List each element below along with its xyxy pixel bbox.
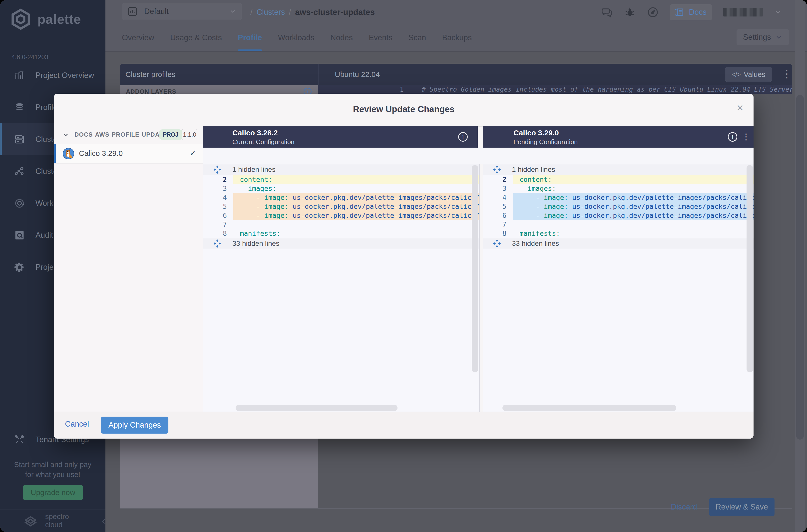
horizontal-scrollbar-thumb[interactable] — [503, 405, 676, 411]
pending-config-header: Calico 3.29.0 Pending Configuration i ⋮ — [483, 126, 753, 148]
unfold-lines-icon[interactable] — [213, 166, 221, 174]
brand-row: spectro cloud ‹ — [0, 510, 106, 532]
legend-strip: Legend: — [203, 148, 753, 164]
profile-tree-header[interactable]: DOCS-AWS-PROFILE-UPDATES PROJ 1.1.0 — [54, 126, 203, 143]
chart-icon — [14, 70, 25, 81]
sidebar-collapse-button[interactable]: ‹ — [102, 515, 106, 527]
hidden-lines-label: 1 hidden lines — [232, 166, 276, 174]
pane-kebab-menu-icon[interactable]: ⋮ — [742, 132, 750, 141]
diff-code-line: 5 - image: us-docker.pkg.dev/palette-ima… — [483, 202, 753, 211]
current-config-subtitle: Current Configuration — [232, 138, 295, 146]
stack-icon — [14, 102, 25, 113]
line-content — [233, 220, 479, 229]
diff-code-line: 5 - image: us-docker.pkg.dev/palette-ima… — [203, 202, 479, 211]
topbar: Default / Clusters / aws-cluster-updates — [106, 0, 807, 24]
hidden-lines-label: 33 hidden lines — [512, 240, 559, 248]
values-label: Values — [744, 71, 766, 79]
docs-button[interactable]: Docs — [670, 4, 712, 20]
review-save-button[interactable]: Review & Save — [709, 498, 774, 516]
unfold-lines-icon[interactable] — [493, 166, 501, 174]
close-icon[interactable]: × — [733, 100, 748, 115]
line-content: manifests: — [513, 229, 753, 238]
hidden-lines-row: 1 hidden lines — [483, 164, 753, 175]
breadcrumb-clusters-link[interactable]: Clusters — [257, 8, 285, 17]
profile-version: 1.1.0 — [182, 129, 198, 140]
vertical-scrollbar-thumb[interactable] — [747, 165, 753, 373]
sidebar-item-label: Project Overview — [36, 71, 94, 80]
tab-backups[interactable]: Backups — [442, 24, 472, 51]
upgrade-now-button[interactable]: Upgrade now — [23, 485, 83, 500]
user-menu-chevron-icon[interactable] — [774, 8, 782, 16]
info-icon[interactable]: i — [458, 132, 468, 141]
tabs: OverviewUsage & CostsProfileWorkloadsNod… — [122, 24, 472, 51]
modal-footer: Cancel Apply Changes — [54, 412, 753, 439]
chevron-down-icon — [229, 8, 237, 15]
page-scrollbar-thumb[interactable] — [796, 95, 804, 440]
breadcrumb: / Clusters / aws-cluster-updates — [250, 0, 375, 24]
apply-changes-button[interactable]: Apply Changes — [101, 417, 168, 434]
cluster-profiles-title: Cluster profiles — [126, 64, 175, 85]
tab-events[interactable]: Events — [369, 24, 393, 51]
gear-icon — [14, 262, 25, 273]
review-update-changes-modal: Review Update Changes × DOCS-AWS-PROFILE… — [54, 94, 753, 439]
tab-nodes[interactable]: Nodes — [330, 24, 353, 51]
unfold-lines-icon[interactable] — [213, 240, 221, 248]
diff-code-line: 2content: — [203, 175, 479, 184]
logo: palette — [10, 8, 81, 30]
line-number: 4 — [203, 193, 233, 202]
line-number: 3 — [203, 184, 233, 193]
values-button[interactable]: </> Values — [725, 67, 772, 82]
current-config-diff-panel: 1 hidden lines2content:3 images:4 - imag… — [203, 164, 479, 412]
chevron-down-icon — [775, 34, 783, 41]
card-kebab-menu-icon[interactable]: ⋮ — [782, 68, 792, 80]
orbit-icon — [14, 198, 25, 209]
breadcrumb-separator: / — [289, 8, 291, 17]
help-compass-icon[interactable] — [647, 6, 659, 18]
line-content: - image: us-docker.pkg.dev/palette-image… — [233, 193, 479, 202]
project-chart-icon — [127, 6, 138, 17]
pack-name: Calico 3.29.0 — [79, 149, 123, 158]
vertical-scrollbar-thumb[interactable] — [472, 165, 478, 373]
project-selector-dropdown[interactable]: Default — [122, 3, 242, 20]
brand-name: spectro cloud — [45, 513, 88, 529]
tab-scan[interactable]: Scan — [409, 24, 426, 51]
discard-button[interactable]: Discard — [671, 502, 697, 512]
pending-config-diff-panel: 1 hidden lines2content:3 images:4 - imag… — [483, 164, 753, 412]
feedback-chat-icon[interactable] — [601, 6, 613, 18]
tab-profile[interactable]: Profile — [238, 24, 262, 51]
tab-usage-costs[interactable]: Usage & Costs — [170, 24, 222, 51]
diff-code-line: 6 - image: us-docker.pkg.dev/palette-ima… — [203, 211, 479, 220]
diff-code-line: 3 images: — [203, 184, 479, 193]
info-icon[interactable]: i — [728, 132, 737, 141]
audit-icon — [14, 230, 25, 241]
hidden-lines-label: 1 hidden lines — [512, 166, 555, 174]
tab-overview[interactable]: Overview — [122, 24, 154, 51]
page-scrollbar[interactable] — [795, 0, 805, 532]
line-content: manifests: — [233, 229, 479, 238]
settings-button[interactable]: Settings — [736, 29, 789, 45]
line-number: 7 — [483, 220, 513, 229]
diff-code-line: 4 - image: us-docker.pkg.dev/palette-ima… — [203, 193, 479, 202]
cancel-button[interactable]: Cancel — [65, 420, 89, 429]
docs-label: Docs — [689, 8, 707, 17]
line-content — [513, 220, 753, 229]
breadcrumb-separator: / — [250, 8, 252, 17]
nodes-icon — [14, 166, 25, 177]
line-content: - image: us-docker.pkg.dev/palette-image… — [513, 193, 753, 202]
user-name-redacted[interactable] — [723, 8, 763, 17]
code-icon: </> — [732, 71, 741, 78]
tab-workloads[interactable]: Workloads — [278, 24, 314, 51]
line-content: content: — [233, 175, 479, 184]
line-number: 8 — [483, 229, 513, 238]
background-editor-line: 1 # Spectro Golden images includes most … — [318, 85, 792, 94]
line-number: 2 — [483, 175, 513, 184]
modal-title: Review Update Changes — [54, 104, 753, 114]
calico-pack-icon — [62, 148, 74, 159]
line-number: 5 — [203, 202, 233, 211]
chevron-down-icon[interactable] — [62, 131, 70, 139]
bug-report-icon[interactable] — [624, 6, 636, 18]
pack-list-item-calico[interactable]: Calico 3.29.0 ✓ — [54, 144, 203, 164]
sidebar-item-project-overview[interactable]: Project Overview — [0, 59, 106, 91]
horizontal-scrollbar-thumb[interactable] — [236, 405, 397, 411]
unfold-lines-icon[interactable] — [493, 240, 501, 248]
